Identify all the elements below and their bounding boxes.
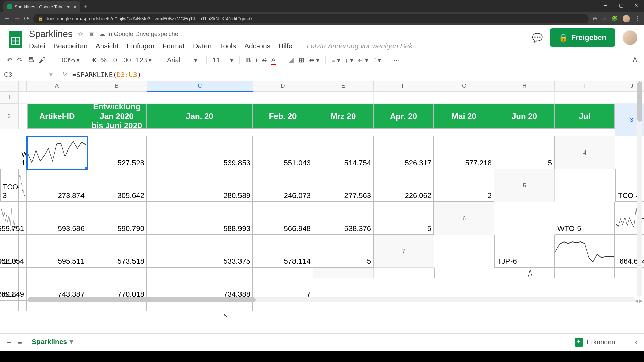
print-button[interactable]: 🖶 <box>28 56 34 64</box>
italic-button[interactable]: I <box>256 56 258 64</box>
share-button[interactable]: 🔒 Freigeben <box>550 28 615 47</box>
mouse-cursor: ↖ <box>223 311 229 319</box>
sidebar-toggle-button[interactable]: ‹ <box>635 338 637 347</box>
scrollbar-thumb[interactable] <box>637 81 642 122</box>
chevron-down-icon: ▾ <box>230 56 233 64</box>
horizontal-align-button[interactable]: ≡▾ <box>332 56 340 64</box>
menu-bar: Datei Bearbeiten Ansicht Einfügen Format… <box>29 42 527 50</box>
merge-cells-button[interactable]: ⬌▾ <box>309 56 319 64</box>
formula-input[interactable]: =SPARKLINE(D3:U3) <box>72 69 141 81</box>
menu-ansicht[interactable]: Ansicht <box>96 42 119 50</box>
chevron-down-icon: ▾ <box>148 56 152 64</box>
grid-area: ABCDEFGHIJ12Artikel-IDEntwicklung Jan 20… <box>0 81 644 306</box>
bold-button[interactable]: B <box>246 56 251 64</box>
vertical-align-button[interactable]: ↓▾ <box>345 56 353 64</box>
maximize-button[interactable]: ▢ <box>613 0 629 11</box>
browser-actions: ⊕ ☆ 🧩 ⋮ <box>593 15 640 22</box>
minimize-button[interactable]: ─ <box>598 0 613 11</box>
text-rotation-button[interactable]: ⤴▾ <box>373 56 381 64</box>
document-title[interactable]: Sparklines <box>29 28 73 39</box>
menu-datei[interactable]: Datei <box>29 42 45 50</box>
font-family-select[interactable]: Arial▾ <box>164 55 200 65</box>
reload-button[interactable]: ⟳ <box>24 15 29 22</box>
all-sheets-button[interactable]: ≡ <box>17 338 22 347</box>
move-icon[interactable]: ▣ <box>88 30 95 38</box>
horizontal-scrollbar[interactable] <box>28 297 635 302</box>
last-edit-text[interactable]: Letzte Änderung vor wenigen Sek... <box>307 42 418 50</box>
drive-status[interactable]: ☁ In Google Drive gespeichert <box>99 30 182 38</box>
text-color-button[interactable]: A <box>271 56 276 64</box>
app-header: Sparklines ☆ ▣ ☁ In Google Drive gespeic… <box>0 25 644 50</box>
explore-button[interactable]: Erkunden <box>575 338 629 347</box>
scroll-right-icon[interactable]: ▶ <box>639 298 643 303</box>
collapse-toolbar-button[interactable]: ᐱ <box>633 56 637 64</box>
chevron-down-icon: ▾ <box>316 56 319 64</box>
name-box[interactable]: C3 ▾ <box>0 68 57 81</box>
menu-addons[interactable]: Add-ons <box>244 42 270 50</box>
taskbar-placeholder <box>0 351 644 362</box>
close-tab-icon[interactable]: × <box>74 4 76 9</box>
chevron-down-icon: ▾ <box>49 71 53 78</box>
menu-hilfe[interactable]: Hilfe <box>278 42 292 50</box>
decrease-decimals-button[interactable]: .0 <box>111 56 117 64</box>
address-bar[interactable]: 🔒 docs.google.com/spreadsheets/d/1njlwCa… <box>33 14 589 23</box>
sheets-favicon <box>7 4 12 9</box>
explore-icon <box>575 338 583 347</box>
scrollbar-thumb[interactable] <box>28 297 256 302</box>
header-actions: 💬 🔒 Freigeben <box>532 28 637 47</box>
star-icon[interactable]: ☆ <box>77 30 84 38</box>
more-toolbar-button[interactable]: ⋯ <box>393 56 400 64</box>
zoom-icon[interactable]: ⊕ <box>593 15 597 22</box>
sheet-tab-bar: + ≡ Sparklines ▾ Erkunden ‹ <box>0 333 644 351</box>
chevron-down-icon: ▾ <box>70 338 73 346</box>
chevron-down-icon: ▾ <box>194 56 197 64</box>
toolbar: ↶ ↷ 🖶 🖌 100%▾ € % .0 .00 123▾ Arial▾ 11▾… <box>0 52 644 68</box>
percent-button[interactable]: % <box>101 56 107 64</box>
number-format-select[interactable]: 123▾ <box>136 56 152 64</box>
paint-format-button[interactable]: 🖌 <box>39 56 46 64</box>
chevron-down-icon: ▾ <box>365 56 368 64</box>
user-avatar[interactable] <box>623 30 637 45</box>
sheet-tab-active[interactable]: Sparklines ▾ <box>28 334 77 351</box>
redo-button[interactable]: ↷ <box>17 56 23 64</box>
sheets-logo[interactable] <box>7 28 24 50</box>
extensions-icon[interactable]: 🧩 <box>611 15 618 22</box>
menu-format[interactable]: Format <box>162 42 185 50</box>
menu-daten[interactable]: Daten <box>193 42 212 50</box>
scroll-nav: ◀▶ <box>635 298 643 303</box>
forward-button[interactable]: → <box>14 15 20 22</box>
zoom-select[interactable]: 100%▾ <box>58 56 80 64</box>
strikethrough-button[interactable]: S <box>262 56 266 64</box>
spreadsheet-grid[interactable]: ABCDEFGHIJ12Artikel-IDEntwicklung Jan 20… <box>0 81 644 311</box>
formula-bar: C3 ▾ fx =SPARKLINE(D3:U3) <box>0 68 644 81</box>
undo-button[interactable]: ↶ <box>7 56 12 64</box>
browser-chrome: Sparklines - Google Tabellen × + ← → ⟳ 🔒… <box>0 0 644 25</box>
browser-tab[interactable]: Sparklines - Google Tabellen × <box>3 1 80 12</box>
chevron-down-icon: ▾ <box>378 56 381 64</box>
bookmark-icon[interactable]: ☆ <box>602 15 606 22</box>
menu-einfuegen[interactable]: Einfügen <box>126 42 154 50</box>
tab-title: Sparklines - Google Tabellen <box>15 4 70 9</box>
lock-icon: 🔒 <box>38 16 43 21</box>
increase-decimals-button[interactable]: .00 <box>122 56 131 64</box>
chevron-down-icon: ▾ <box>337 56 340 64</box>
menu-bearbeiten[interactable]: Bearbeiten <box>53 42 88 50</box>
comments-icon[interactable]: 💬 <box>532 33 543 43</box>
vertical-scrollbar[interactable] <box>637 81 642 297</box>
currency-button[interactable]: € <box>92 56 96 64</box>
close-window-button[interactable]: ✕ <box>629 0 644 11</box>
browser-menu-icon[interactable]: ⋮ <box>635 15 640 22</box>
doc-info: Sparklines ☆ ▣ ☁ In Google Drive gespeic… <box>29 28 527 50</box>
menu-tools[interactable]: Tools <box>220 42 236 50</box>
add-sheet-button[interactable]: + <box>7 338 11 347</box>
text-wrap-button[interactable]: ↵▾ <box>358 56 368 64</box>
scroll-left-icon[interactable]: ◀ <box>635 298 638 303</box>
new-tab-button[interactable]: + <box>80 1 91 12</box>
font-size-select[interactable]: 11▾ <box>213 56 233 64</box>
fill-color-button[interactable]: ◢ <box>288 56 294 64</box>
borders-button[interactable]: ⊞ <box>299 56 304 64</box>
browser-profile-avatar[interactable] <box>623 15 630 22</box>
lock-icon: 🔒 <box>559 33 568 42</box>
tab-bar: Sparklines - Google Tabellen × + <box>0 0 644 12</box>
back-button[interactable]: ← <box>4 15 10 22</box>
